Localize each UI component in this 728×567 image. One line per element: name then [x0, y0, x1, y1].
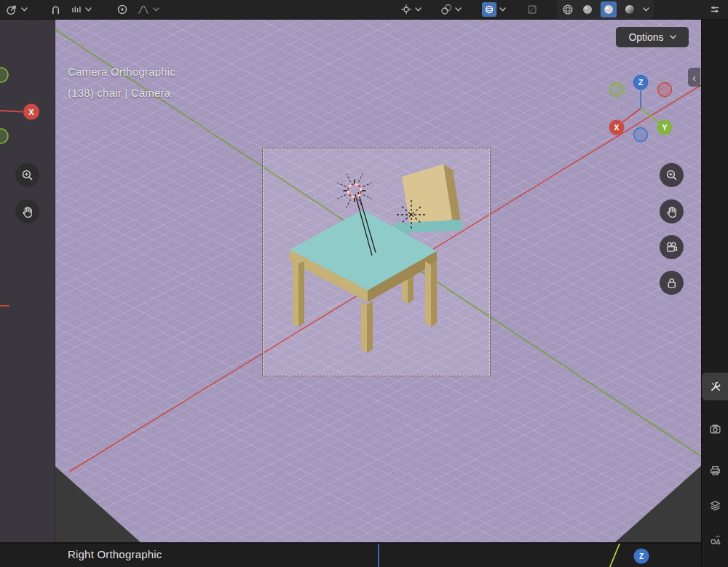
tab-render[interactable]: [702, 415, 728, 443]
bottom-view-label: Right Orthographic: [68, 548, 162, 560]
viewport-object-label: (138) chair | Camera: [68, 87, 170, 99]
snap-magnet-icon: [50, 4, 62, 16]
properties-icon: [710, 4, 720, 15]
chevron-down-icon[interactable]: [643, 7, 649, 12]
tab-scene[interactable]: [702, 526, 728, 553]
falloff-dropdown[interactable]: [135, 3, 161, 16]
wireframe-shading-icon[interactable]: [561, 3, 574, 16]
chevron-down-icon: [499, 7, 506, 12]
properties-panel[interactable]: [701, 19, 728, 567]
snap-increment-icon: [71, 4, 82, 15]
xray-disabled-button[interactable]: [525, 3, 539, 16]
snap-settings-dropdown[interactable]: [69, 3, 93, 16]
axis-x-label: X: [614, 123, 620, 132]
proportional-radius-icon: [116, 4, 128, 15]
overlays-icon: [440, 4, 452, 15]
viewport-view-label: Camera Orthographic: [68, 66, 175, 78]
proportional-edit-dropdown[interactable]: [4, 2, 29, 17]
chevron-down-icon: [415, 7, 422, 12]
tab-tool[interactable]: [702, 373, 728, 400]
camera-icon: [665, 241, 678, 253]
axis-x-label: X: [28, 108, 34, 116]
viewport-bottom[interactable]: Z Right Orthographic: [0, 542, 701, 567]
chevron-down-icon: [455, 7, 462, 12]
tab-output[interactable]: [702, 456, 728, 484]
proportional-edit-icon: [5, 3, 18, 16]
left-viewport-gizmo: X: [0, 18, 55, 542]
axis-ball-partial[interactable]: [0, 129, 8, 143]
blender-window: Camera Orthographic (138) chair | Camera…: [0, 0, 728, 567]
options-button[interactable]: Options: [616, 27, 689, 47]
material-shading-icon[interactable]: [601, 1, 617, 17]
chevron-down-icon: [21, 7, 28, 12]
falloff-curve-icon: [137, 4, 150, 15]
axis-neg-x-ball[interactable]: [658, 83, 672, 97]
camera-frame-border[interactable]: [263, 148, 490, 376]
view-layer-icon: [709, 499, 721, 512]
render-icon: [709, 423, 721, 435]
axis-neg-z-ball[interactable]: [634, 128, 648, 142]
zoom-icon: [21, 169, 33, 181]
xray-toggle-dropdown[interactable]: [480, 1, 507, 17]
light-line: [609, 544, 620, 567]
pan-button[interactable]: [660, 199, 684, 223]
zoom-icon: [665, 169, 678, 181]
zoom-button[interactable]: [660, 163, 684, 187]
solid-shading-icon[interactable]: [581, 3, 594, 16]
options-label: Options: [628, 31, 663, 43]
pan-button[interactable]: [15, 199, 39, 223]
viewport-header: [0, 0, 701, 20]
snap-toggle-button[interactable]: [48, 3, 63, 17]
tool-icon: [709, 380, 722, 393]
axis-z-label: Z: [639, 552, 644, 560]
chevron-down-icon: [153, 7, 159, 12]
viewport-left[interactable]: X: [0, 18, 55, 542]
output-icon: [709, 464, 721, 477]
camera-view-button[interactable]: [660, 235, 684, 259]
axis-y-label: Y: [662, 123, 668, 132]
axis-ball-partial[interactable]: [0, 68, 8, 82]
scene-icon: [709, 534, 721, 546]
show-gizmo-dropdown[interactable]: [399, 3, 423, 16]
axis-z-label: Z: [638, 78, 644, 87]
zoom-button[interactable]: [15, 163, 39, 187]
hand-icon: [21, 205, 33, 218]
lock-icon: [665, 277, 678, 289]
rendered-shading-icon[interactable]: [623, 3, 636, 16]
tab-view-layer[interactable]: [702, 491, 728, 519]
axis-neg-y-ball[interactable]: [610, 83, 624, 97]
gizmo-icon: [400, 4, 412, 15]
chevron-down-icon: [85, 7, 92, 12]
proportional-editing-toggle[interactable]: [115, 3, 130, 16]
shading-mode-group: [557, 0, 654, 19]
chevron-left-icon: ‹: [692, 71, 696, 84]
navigation-gizmo[interactable]: Z X Y: [603, 68, 678, 143]
hand-icon: [665, 205, 678, 218]
chevron-down-icon: [670, 35, 676, 39]
xray-toggle-icon: [482, 2, 496, 17]
show-overlays-dropdown[interactable]: [439, 3, 463, 16]
box-icon: [526, 4, 538, 15]
lock-view-button[interactable]: [660, 271, 684, 295]
sidebar-toggle-button[interactable]: ‹: [688, 68, 700, 87]
properties-header[interactable]: [701, 0, 728, 20]
